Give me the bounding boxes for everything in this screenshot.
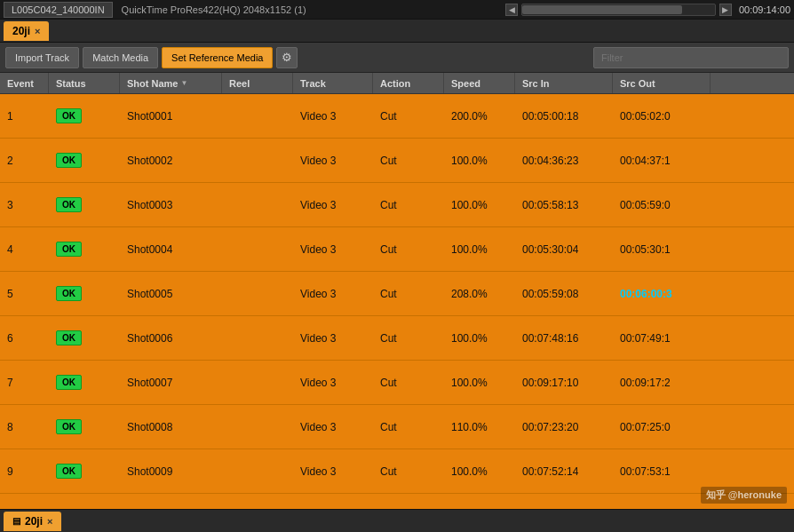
cell-track: Video 3 xyxy=(293,449,373,493)
cell-status: OK xyxy=(49,405,120,449)
cell-reel xyxy=(222,361,293,404)
cell-status: OK xyxy=(49,316,120,360)
status-ok-badge: OK xyxy=(56,330,82,345)
cell-status: OK xyxy=(49,94,120,138)
table-row[interactable]: 7 OK Shot0007 Video 3 Cut 100.0% 00:09:1… xyxy=(0,361,794,405)
table-header: Event Status Shot Name ▼ Reel Track Acti… xyxy=(0,73,794,94)
match-media-button[interactable]: Match Media xyxy=(83,47,158,68)
col-header-srcout: Src Out xyxy=(613,73,711,93)
status-ok-badge: OK xyxy=(56,108,82,123)
cell-srcout: 00:07:53:1 xyxy=(613,449,711,493)
cell-speed: 100.0% xyxy=(444,139,515,182)
col-header-reel: Reel xyxy=(222,73,293,93)
cell-srcin: 00:05:59:08 xyxy=(515,272,613,315)
cell-event: 8 xyxy=(0,405,49,449)
cell-shotname: Shot0006 xyxy=(120,316,222,360)
cell-track: Video 3 xyxy=(293,94,373,138)
cell-reel xyxy=(222,139,293,182)
cell-action: Cut xyxy=(373,316,444,360)
bottom-tab-bar: ▤ 20ji × xyxy=(0,509,794,532)
cell-srcout: 00:04:37:1 xyxy=(613,139,711,182)
cell-action: Cut xyxy=(373,227,444,271)
cell-srcin: 00:04:36:23 xyxy=(515,139,613,182)
tab-close-icon[interactable]: × xyxy=(35,26,40,36)
top-bar: L005C042_140000IN QuickTime ProRes422(HQ… xyxy=(0,0,794,20)
cell-action: Cut xyxy=(373,94,444,138)
tab-bar: 20ji × xyxy=(0,20,794,43)
col-header-status: Status xyxy=(49,73,120,93)
cell-srcin: 00:07:52:14 xyxy=(515,449,613,493)
table-row[interactable]: 6 OK Shot0006 Video 3 Cut 100.0% 00:07:4… xyxy=(0,316,794,361)
status-ok-badge: OK xyxy=(56,419,82,434)
table-row[interactable]: 2 OK Shot0002 Video 3 Cut 100.0% 00:04:3… xyxy=(0,139,794,183)
bottom-tab-close-icon[interactable]: × xyxy=(47,516,52,527)
cell-reel xyxy=(222,272,293,315)
gear-button[interactable]: ⚙ xyxy=(276,47,298,68)
cell-speed: 100.0% xyxy=(444,227,515,271)
table-container: Event Status Shot Name ▼ Reel Track Acti… xyxy=(0,73,794,509)
media-name: L005C042_140000IN xyxy=(4,2,113,18)
cell-track: Video 3 xyxy=(293,183,373,226)
cell-srcin: 00:05:00:18 xyxy=(515,94,613,138)
filter-input[interactable] xyxy=(593,47,789,68)
cell-srcout: 00:09:17:2 xyxy=(613,361,711,404)
cell-srcin: 00:05:58:13 xyxy=(515,183,613,226)
cell-srcin: 00:07:23:20 xyxy=(515,405,613,449)
col-header-speed: Speed xyxy=(444,73,515,93)
scroll-left-arrow[interactable]: ◀ xyxy=(505,4,518,16)
cell-srcout: 00:07:25:0 xyxy=(613,405,711,449)
cell-speed: 208.0% xyxy=(444,272,515,315)
bottom-tab-20ji[interactable]: ▤ 20ji × xyxy=(4,512,61,531)
cell-action: Cut xyxy=(373,361,444,404)
col-header-shotname: Shot Name ▼ xyxy=(120,73,222,93)
table-row[interactable]: 1 OK Shot0001 Video 3 Cut 200.0% 00:05:0… xyxy=(0,94,794,139)
sort-arrow-icon: ▼ xyxy=(180,79,187,87)
cell-track: Video 3 xyxy=(293,361,373,404)
cell-srcin: 00:07:48:16 xyxy=(515,316,613,360)
bottom-tab-label: 20ji xyxy=(25,515,43,528)
table-row[interactable]: 9 OK Shot0009 Video 3 Cut 100.0% 00:07:5… xyxy=(0,449,794,494)
cell-track: Video 3 xyxy=(293,272,373,315)
scroll-right-arrow[interactable]: ▶ xyxy=(719,4,732,16)
cell-status: OK xyxy=(49,361,120,404)
cell-action: Cut xyxy=(373,449,444,493)
cell-reel xyxy=(222,183,293,226)
cell-status: OK xyxy=(49,449,120,493)
table-row[interactable]: 3 OK Shot0003 Video 3 Cut 100.0% 00:05:5… xyxy=(0,183,794,227)
cell-shotname: Shot0004 xyxy=(120,227,222,271)
cell-status: OK xyxy=(49,183,120,226)
cell-speed: 100.0% xyxy=(444,449,515,493)
table-row[interactable]: 8 OK Shot0008 Video 3 Cut 110.0% 00:07:2… xyxy=(0,405,794,449)
cell-track: Video 3 xyxy=(293,139,373,182)
cell-reel xyxy=(222,227,293,271)
cell-action: Cut xyxy=(373,183,444,226)
cell-event: 9 xyxy=(0,449,49,493)
top-scrollbar[interactable] xyxy=(521,4,716,16)
table-body: 1 OK Shot0001 Video 3 Cut 200.0% 00:05:0… xyxy=(0,94,794,509)
cell-srcout: 00:05:59:0 xyxy=(613,183,711,226)
cell-shotname: Shot0008 xyxy=(120,405,222,449)
status-ok-badge: OK xyxy=(56,153,82,168)
cell-srcout: 00:05:30:1 xyxy=(613,227,711,271)
import-track-button[interactable]: Import Track xyxy=(5,47,79,68)
cell-shotname: Shot0002 xyxy=(120,139,222,182)
cell-shotname: Shot0005 xyxy=(120,272,222,315)
cell-status: OK xyxy=(49,139,120,182)
tab-20ji[interactable]: 20ji × xyxy=(4,21,49,41)
timeline-icon: ▤ xyxy=(12,516,20,526)
cell-track: Video 3 xyxy=(293,227,373,271)
cell-action: Cut xyxy=(373,139,444,182)
col-header-track: Track xyxy=(293,73,373,93)
cell-status: OK xyxy=(49,227,120,271)
table-row[interactable]: 5 OK Shot0005 Video 3 Cut 208.0% 00:05:5… xyxy=(0,272,794,316)
cell-track: Video 3 xyxy=(293,405,373,449)
cell-reel xyxy=(222,94,293,138)
cell-shotname: Shot0001 xyxy=(120,94,222,138)
cell-speed: 100.0% xyxy=(444,316,515,360)
col-header-srcin: Src In xyxy=(515,73,613,93)
set-reference-media-button[interactable]: Set Reference Media xyxy=(162,47,273,68)
col-header-event: Event xyxy=(0,73,49,93)
cell-action: Cut xyxy=(373,272,444,315)
cell-speed: 200.0% xyxy=(444,94,515,138)
table-row[interactable]: 4 OK Shot0004 Video 3 Cut 100.0% 00:05:3… xyxy=(0,227,794,272)
